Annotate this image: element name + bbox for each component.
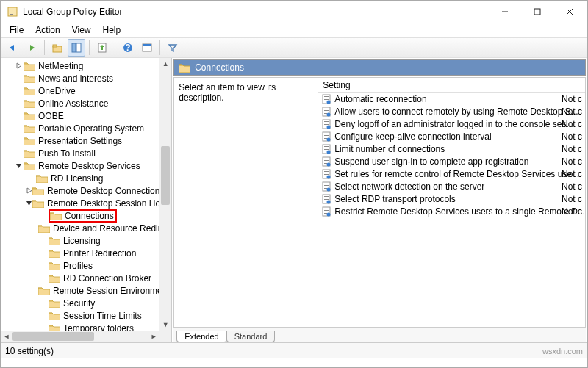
column-state: Not cNot cNot cNot cNot cNot cNot cNot c… bbox=[562, 78, 585, 217]
folder-icon bbox=[24, 111, 35, 120]
setting-row[interactable]: Select RDP transport protocols bbox=[318, 192, 585, 205]
tree-item[interactable]: OneDrive bbox=[1, 84, 159, 97]
tree-item[interactable]: Online Assistance bbox=[1, 97, 159, 109]
tree-item[interactable]: Connections bbox=[1, 209, 159, 222]
tree-item[interactable]: Presentation Settings bbox=[1, 134, 159, 147]
tree-item[interactable]: Profiles bbox=[1, 259, 159, 272]
folder-icon bbox=[49, 261, 60, 270]
svg-rect-72 bbox=[324, 209, 329, 209]
folder-icon bbox=[49, 311, 60, 320]
tree-item-label: News and interests bbox=[38, 73, 113, 84]
tree-item[interactable]: RD Licensing bbox=[1, 172, 159, 184]
folder-icon bbox=[49, 323, 60, 331]
setting-row[interactable]: Automatic reconnection bbox=[318, 93, 585, 105]
chevron-right-icon[interactable] bbox=[13, 62, 24, 69]
tree-vertical-scrollbar[interactable]: ▲ ▼ bbox=[159, 58, 171, 331]
details-pane: Connections Select an item to view its d… bbox=[172, 58, 587, 342]
scroll-left-icon[interactable]: ◄ bbox=[1, 331, 12, 342]
help-button[interactable]: ? bbox=[119, 39, 137, 57]
export-button[interactable] bbox=[93, 39, 111, 57]
tree-item[interactable]: NetMeeting bbox=[1, 59, 159, 72]
menu-help[interactable]: Help bbox=[97, 24, 127, 37]
tree-item[interactable]: Remote Desktop Connection Cli bbox=[1, 184, 159, 197]
back-button[interactable] bbox=[4, 39, 21, 57]
tree-item-label: Remote Desktop Services bbox=[38, 161, 140, 171]
tree-item-label: Presentation Settings bbox=[38, 136, 122, 146]
folder-icon bbox=[24, 136, 35, 145]
tree-item[interactable]: Licensing bbox=[1, 234, 159, 247]
scroll-thumb[interactable] bbox=[12, 332, 94, 341]
tree-item[interactable]: Device and Resource Redirec bbox=[1, 222, 159, 234]
svg-rect-50 bbox=[324, 162, 329, 162]
scroll-thumb[interactable] bbox=[161, 146, 170, 205]
tree-item-label: Remote Desktop Session Host bbox=[47, 198, 159, 209]
forward-button[interactable] bbox=[23, 39, 40, 57]
svg-rect-3 bbox=[10, 14, 13, 15]
svg-rect-56 bbox=[324, 174, 329, 175]
tree-item[interactable]: RD Connection Broker bbox=[1, 272, 159, 284]
close-button[interactable] bbox=[553, 1, 586, 22]
app-icon bbox=[7, 6, 18, 18]
setting-row[interactable]: Set rules for remote control of Remote D… bbox=[318, 167, 585, 180]
tree-item[interactable]: News and interests bbox=[1, 72, 159, 84]
nav-tree[interactable]: NetMeetingNews and interestsOneDriveOnli… bbox=[1, 58, 159, 331]
folder-icon bbox=[24, 161, 35, 170]
svg-rect-67 bbox=[324, 198, 329, 198]
folder-icon bbox=[24, 73, 35, 83]
policy-icon bbox=[321, 206, 331, 217]
tab-standard[interactable]: Standard bbox=[226, 331, 276, 342]
setting-row[interactable]: Select network detection on the server bbox=[318, 180, 585, 192]
setting-state: Not c bbox=[562, 93, 585, 105]
filter-button[interactable] bbox=[164, 39, 182, 57]
maximize-button[interactable] bbox=[521, 1, 553, 22]
tree-horizontal-scrollbar[interactable]: ◄ ► bbox=[1, 331, 159, 342]
scroll-right-icon[interactable]: ► bbox=[148, 331, 159, 342]
minimize-button[interactable] bbox=[489, 1, 521, 22]
tree-item[interactable]: Temporary folders bbox=[1, 322, 159, 331]
setting-label: Automatic reconnection bbox=[334, 94, 426, 104]
svg-point-28 bbox=[327, 112, 331, 116]
tree-item[interactable]: OOBE bbox=[1, 109, 159, 122]
tree-item[interactable]: Session Time Limits bbox=[1, 309, 159, 322]
tree-item-label: Licensing bbox=[63, 236, 101, 246]
policy-icon bbox=[321, 119, 331, 129]
menu-action[interactable]: Action bbox=[29, 24, 65, 37]
tab-extended[interactable]: Extended bbox=[176, 331, 226, 342]
setting-row[interactable]: Configure keep-alive connection interval bbox=[318, 130, 585, 142]
tree-item[interactable]: Remote Session Environmen bbox=[1, 284, 159, 297]
column-header-setting[interactable]: Setting bbox=[318, 78, 585, 93]
scroll-down-icon[interactable]: ▼ bbox=[159, 319, 171, 331]
up-button[interactable] bbox=[49, 39, 66, 57]
chevron-down-icon[interactable] bbox=[26, 200, 32, 206]
svg-rect-42 bbox=[324, 146, 329, 147]
tree-item[interactable]: Portable Operating System bbox=[1, 122, 159, 134]
menu-view[interactable]: View bbox=[66, 24, 97, 37]
tree-item-label: Remote Desktop Connection Cli bbox=[47, 186, 159, 196]
svg-point-46 bbox=[327, 150, 331, 154]
titlebar: Local Group Policy Editor bbox=[1, 1, 587, 23]
chevron-down-icon[interactable] bbox=[13, 162, 24, 169]
tree-item[interactable]: Remote Desktop Services bbox=[1, 159, 159, 172]
show-hide-tree-button[interactable] bbox=[68, 39, 85, 57]
setting-row[interactable]: Suspend user sign-in to complete app reg… bbox=[318, 155, 585, 167]
tree-item[interactable]: Push To Install bbox=[1, 147, 159, 159]
svg-rect-51 bbox=[324, 163, 327, 164]
menu-file[interactable]: File bbox=[4, 24, 29, 37]
svg-rect-60 bbox=[324, 184, 329, 184]
properties-button[interactable] bbox=[138, 39, 156, 57]
setting-row[interactable]: Allow users to connect remotely by using… bbox=[318, 105, 585, 118]
tree-item[interactable]: Security bbox=[1, 297, 159, 309]
setting-row[interactable]: Deny logoff of an administrator logged i… bbox=[318, 118, 585, 130]
setting-row[interactable]: Limit number of connections bbox=[318, 142, 585, 155]
column-header-state[interactable] bbox=[562, 78, 585, 93]
tree-item[interactable]: Printer Redirection bbox=[1, 247, 159, 259]
setting-label: Allow users to connect remotely by using… bbox=[334, 107, 578, 117]
policy-icon bbox=[321, 107, 331, 117]
toolbar-separator bbox=[89, 40, 90, 55]
setting-row[interactable]: Restrict Remote Desktop Services users t… bbox=[318, 205, 585, 217]
tree-item[interactable]: Remote Desktop Session Host bbox=[1, 197, 159, 209]
toolbar-separator bbox=[115, 40, 115, 55]
chevron-right-icon[interactable] bbox=[26, 187, 32, 194]
svg-point-40 bbox=[327, 137, 331, 141]
scroll-up-icon[interactable]: ▲ bbox=[159, 58, 171, 70]
